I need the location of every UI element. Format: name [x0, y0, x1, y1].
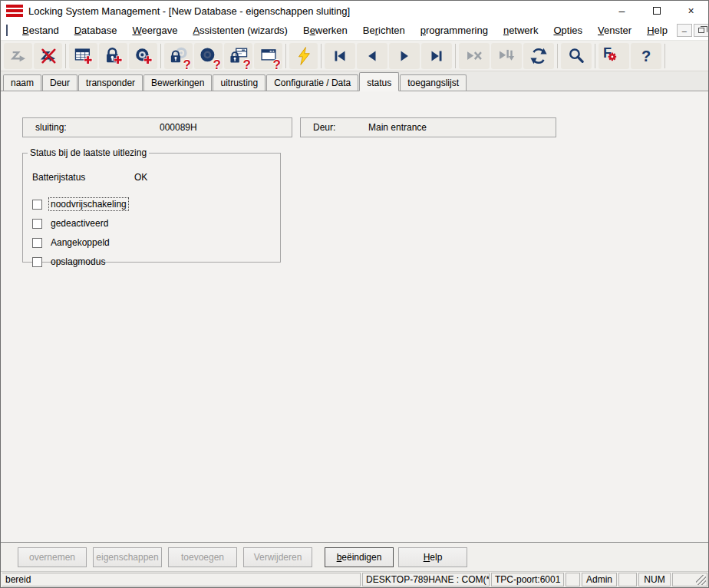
tab-naam[interactable]: naam	[3, 74, 41, 91]
tab-deur[interactable]: Deur	[42, 74, 77, 91]
question-icon: ?	[183, 58, 191, 71]
search-icon	[566, 46, 586, 66]
read-transponder-button[interactable]: ?	[194, 43, 223, 69]
nav-next-button[interactable]	[389, 43, 420, 69]
battery-status-label: Batterijstatus	[32, 172, 85, 183]
help-button[interactable]: ?	[631, 43, 661, 69]
status-groupbox: Status bij de laatste uitlezing Batterij…	[22, 147, 281, 263]
refresh-button[interactable]	[523, 43, 554, 69]
nav-first-button[interactable]	[325, 43, 355, 69]
add-transponder-button[interactable]	[129, 43, 157, 69]
toolbar: ? ? ? ?	[1, 41, 708, 71]
checkbox-aangekoppeld[interactable]	[32, 238, 42, 248]
checkbox-row-aangekoppeld[interactable]: Aangekoppeld	[32, 236, 111, 249]
statusbar-spare	[618, 573, 637, 586]
toolbar-separator	[664, 44, 665, 68]
statusbar-host: DESKTOP-789HANE : COM(*)	[362, 573, 490, 586]
new-record-icon	[74, 46, 94, 66]
nav-prev-button[interactable]	[357, 43, 387, 69]
tab-configuratie-data[interactable]: Configuratie / Data	[266, 74, 358, 91]
read-lock-card-button[interactable]: ?	[224, 43, 252, 69]
menu-netwerk[interactable]: netwerk	[496, 21, 546, 39]
tab-transponder[interactable]: transponder	[78, 74, 143, 91]
nav-last-button[interactable]	[421, 43, 452, 69]
close-button[interactable]: ×	[674, 1, 708, 21]
checkbox-row-noodvrijschakeling[interactable]: noodvrijschakeling	[32, 198, 128, 210]
question-icon: ?	[243, 58, 251, 71]
app-logo-icon	[6, 5, 23, 17]
toolbar-separator	[455, 44, 456, 68]
overnemen-button[interactable]: overnemen	[18, 547, 87, 567]
mdi-minimize-button[interactable]: –	[677, 24, 692, 37]
add-lock-button[interactable]	[99, 43, 127, 69]
step-button[interactable]	[4, 43, 32, 69]
checkbox-gedeactiveerd[interactable]	[32, 219, 42, 229]
checkbox-row-opslagmodus[interactable]: opslagmodus	[32, 256, 107, 268]
menu-venster[interactable]: Venster	[590, 21, 639, 39]
search-button[interactable]	[561, 43, 592, 69]
resize-grip[interactable]	[672, 573, 707, 586]
checkbox-row-gedeactiveerd[interactable]: gedeactiveerd	[32, 217, 110, 230]
tab-toegangslijst[interactable]: toegangslijst	[400, 74, 467, 91]
checkbox-label: gedeactiveerd	[49, 217, 110, 230]
checkbox-noodvrijschakeling[interactable]	[32, 200, 42, 210]
checkbox-label: Aangekoppeld	[49, 236, 111, 249]
eigenschappen-button[interactable]: eigenschappen	[93, 547, 162, 567]
menu-help[interactable]: Help	[639, 21, 675, 39]
footer-button-bar: overnemen eigenschappen toevoegen Verwij…	[1, 542, 708, 571]
minimize-button[interactable]: –	[605, 1, 639, 21]
menu-bewerken[interactable]: Bewerken	[295, 21, 355, 39]
add-record-button[interactable]	[69, 43, 97, 69]
help-footer-button[interactable]: Help	[398, 547, 467, 567]
close-icon: ×	[688, 5, 694, 17]
maximize-button[interactable]	[639, 1, 674, 21]
nav-cancel-icon	[464, 46, 484, 66]
menu-database[interactable]: Database	[67, 21, 125, 39]
deur-value: Main entrance	[368, 122, 427, 133]
checkbox-label: opslagmodus	[49, 256, 107, 268]
menu-programmering[interactable]: programmering	[413, 21, 496, 39]
nav-last-icon	[427, 46, 447, 66]
menu-opties[interactable]: Opties	[546, 21, 590, 39]
refresh-icon	[529, 46, 549, 66]
step-arrow-icon	[8, 46, 28, 66]
beeindigen-button[interactable]: beëindigen	[325, 547, 394, 567]
menu-berichten[interactable]: Berichten	[355, 21, 413, 39]
tab-status[interactable]: status	[359, 72, 399, 91]
menu-weergave[interactable]: Weergave	[124, 21, 185, 39]
read-lock-button[interactable]: ?	[164, 43, 193, 69]
toolbar-separator	[160, 44, 161, 68]
read-network-button[interactable]: ?	[254, 43, 282, 69]
statusbar-spare	[566, 573, 580, 586]
help-icon: ?	[641, 48, 651, 64]
menu-bar: Bestand Database Weergave Assistenten (w…	[1, 21, 708, 41]
step-cancel-button[interactable]	[34, 43, 62, 69]
nav-end-button[interactable]	[491, 43, 522, 69]
new-transponder-icon	[134, 46, 153, 66]
program-button[interactable]	[289, 43, 318, 69]
menu-bestand[interactable]: Bestand	[15, 21, 67, 39]
tab-bewerkingen[interactable]: Bewerkingen	[143, 74, 212, 91]
sluiting-field: sluiting: 000089H	[22, 117, 292, 137]
tab-uitrusting[interactable]: uitrusting	[213, 74, 265, 91]
menu-assistenten[interactable]: Assistenten (wizards)	[185, 21, 295, 39]
toolbar-separator	[557, 44, 558, 68]
nav-next-icon	[394, 46, 414, 66]
document-icon[interactable]	[6, 25, 8, 36]
window-title: Locking System Management - [New Databas…	[28, 5, 605, 17]
filter-settings-button[interactable]: F	[599, 43, 629, 69]
toevoegen-button[interactable]: toevoegen	[168, 547, 237, 567]
statusbar-user: Admin	[582, 573, 617, 586]
maximize-icon	[653, 7, 661, 15]
mdi-restore-button[interactable]	[694, 24, 709, 37]
tab-strip: naam Deur transponder Bewerkingen uitrus…	[1, 71, 708, 91]
step-cancel-icon	[38, 46, 58, 66]
nav-cancel-button[interactable]	[459, 43, 490, 69]
sluiting-value: 000089H	[160, 122, 197, 133]
checkbox-opslagmodus[interactable]	[32, 257, 42, 267]
statusbar-port: TPC-poort:6001	[491, 573, 564, 586]
checkbox-label: noodvrijschakeling	[49, 198, 128, 210]
toolbar-separator	[321, 44, 322, 68]
toolbar-separator	[595, 44, 595, 68]
verwijderen-button[interactable]: Verwijderen	[243, 547, 312, 567]
